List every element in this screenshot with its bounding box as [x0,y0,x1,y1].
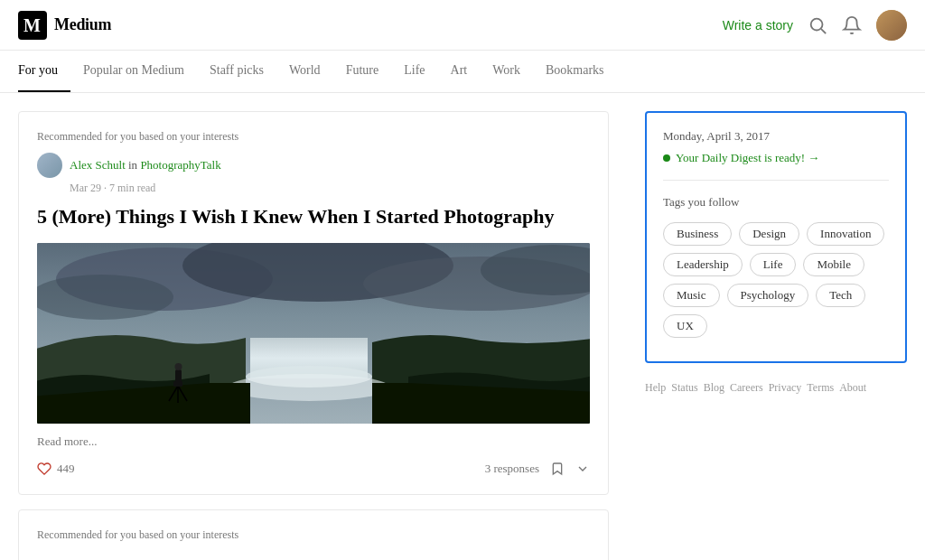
header-right: Write a story [723,10,907,41]
article-date: Mar 29 [70,182,101,194]
recommended-label: Recommended for you based on your intere… [37,130,590,144]
article-image [37,243,590,424]
footer-link-help[interactable]: Help [645,381,666,395]
tag-ux[interactable]: UX [663,314,707,338]
likes-count: 449 [57,462,75,476]
tags-grid: Business Design Innovation Leadership Li… [663,222,889,338]
responses-text[interactable]: 3 responses [485,462,539,476]
digest-date: Monday, April 3, 2017 [663,129,889,144]
notification-icon[interactable] [842,15,862,35]
responses-area: 3 responses [485,462,590,476]
tag-life[interactable]: Life [750,253,797,276]
main-content: Recommended for you based on your intere… [0,93,925,560]
more-icon[interactable] [575,462,590,476]
nav-tabs: For you Popular on Medium Staff picks Wo… [0,51,925,93]
author-info: Alex Schult in PhotographyTalk [70,158,221,173]
footer-link-blog[interactable]: Blog [704,381,724,395]
search-icon[interactable] [808,15,827,35]
read-time: 7 min read [109,182,155,194]
tag-psychology[interactable]: Psychology [727,284,809,307]
article-title[interactable]: 5 (More) Things I Wish I Knew When I Sta… [37,204,590,230]
tag-design[interactable]: Design [739,222,799,246]
article-card-2: Recommended for you based on your intere… [18,509,609,560]
author-in-text: in [128,158,140,172]
footer-link-privacy[interactable]: Privacy [769,381,802,395]
tag-music[interactable]: Music [663,284,720,307]
tab-staff-picks[interactable]: Staff picks [197,51,276,92]
logo-text: Medium [54,15,111,34]
tab-work[interactable]: Work [480,51,533,92]
tab-popular-on-medium[interactable]: Popular on Medium [70,51,197,92]
recommended-label-2: Recommended for you based on your intere… [37,528,590,542]
author-avatar [37,153,62,178]
header: M Medium Write a story [0,0,925,51]
svg-rect-17 [175,369,182,382]
article-image-svg [37,243,590,424]
avatar[interactable] [876,10,907,41]
tag-innovation[interactable]: Innovation [807,222,884,246]
tag-business[interactable]: Business [663,222,732,246]
svg-point-18 [175,363,182,370]
divider [663,180,889,181]
article-card: Recommended for you based on your intere… [18,111,609,495]
digest-dot [663,154,670,162]
tags-label: Tags you follow [663,195,889,210]
svg-point-12 [228,374,390,401]
sidebar-col: Monday, April 3, 2017 Your Daily Digest … [645,111,907,560]
tab-world[interactable]: World [276,51,333,92]
tab-art[interactable]: Art [438,51,481,92]
tag-tech[interactable]: Tech [816,284,865,307]
tab-bookmarks[interactable]: Bookmarks [533,51,617,92]
sidebar-footer: Help Status Blog Careers Privacy Terms A… [645,381,907,395]
write-story-button[interactable]: Write a story [723,18,793,33]
svg-point-2 [811,18,823,30]
digest-link-text: Your Daily Digest is ready! → [676,151,819,165]
tab-for-you[interactable]: For you [18,51,70,92]
digest-card: Monday, April 3, 2017 Your Daily Digest … [645,111,907,363]
footer-link-about[interactable]: About [839,381,866,395]
article-footer: 449 3 responses [37,462,590,476]
bookmark-icon[interactable] [550,462,565,476]
tag-leadership[interactable]: Leadership [663,253,743,276]
svg-text:M: M [23,15,41,35]
tab-future[interactable]: Future [333,51,392,92]
tab-life[interactable]: Life [391,51,437,92]
publication-name[interactable]: PhotographyTalk [140,158,220,172]
svg-line-3 [821,29,826,33]
author-line: Alex Schult in PhotographyTalk [37,153,590,178]
digest-link[interactable]: Your Daily Digest is ready! → [663,151,889,165]
medium-logo-icon: M [18,11,47,40]
footer-link-careers[interactable]: Careers [730,381,763,395]
footer-link-status[interactable]: Status [671,381,697,395]
author-name[interactable]: Alex Schult [70,158,126,172]
likes-section: 449 [37,462,75,476]
header-left: M Medium [18,11,111,40]
heart-icon[interactable] [37,462,51,476]
article-meta: Mar 29 · 7 min read [70,182,590,195]
footer-link-terms[interactable]: Terms [807,381,834,395]
articles-col: Recommended for you based on your intere… [18,111,609,560]
tag-mobile[interactable]: Mobile [803,253,864,276]
read-more[interactable]: Read more... [37,434,590,449]
